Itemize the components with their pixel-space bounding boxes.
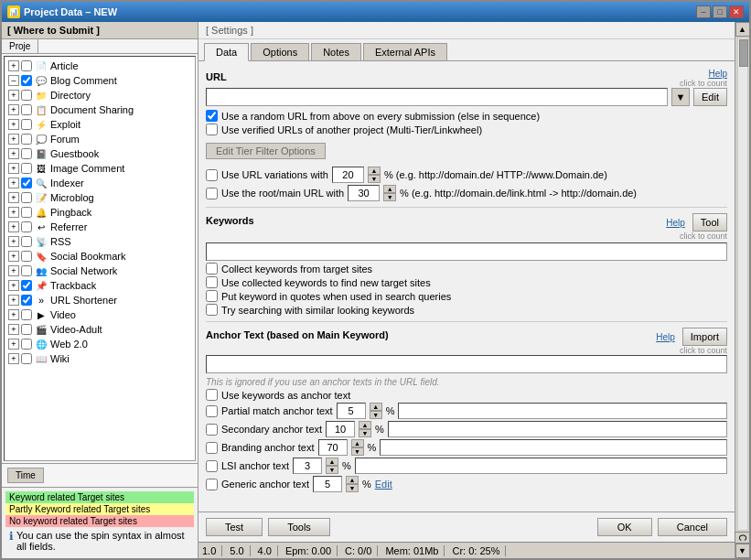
tree-item-social-bookmark[interactable]: + 🔖 Social Bookmark <box>6 249 193 264</box>
url-edit-button[interactable]: Edit <box>693 88 727 106</box>
checkbox-forum[interactable] <box>21 134 32 145</box>
use-root-checkbox[interactable] <box>206 188 218 199</box>
checkbox-rss[interactable] <box>21 236 32 247</box>
tree-item-web20[interactable]: + 🌐 Web 2.0 <box>6 337 193 351</box>
use-variations-checkbox[interactable] <box>206 169 218 181</box>
use-keywords-anchor-checkbox[interactable] <box>206 389 218 401</box>
expand-video-adult[interactable]: + <box>8 324 19 335</box>
checkbox-blog-comment[interactable] <box>21 75 32 86</box>
checkbox-trackback[interactable] <box>21 280 32 291</box>
use-collected-checkbox[interactable] <box>206 276 218 288</box>
put-quotes-checkbox[interactable] <box>206 290 218 302</box>
checkbox-pingback[interactable] <box>21 207 32 218</box>
expand-url-shortener[interactable]: + <box>8 295 19 306</box>
tree-item-exploit[interactable]: + ⚡ Exploit <box>6 117 193 132</box>
secondary-spin-down[interactable]: ▼ <box>359 429 371 437</box>
expand-article[interactable]: + <box>8 60 19 71</box>
lsi-anchor-checkbox[interactable] <box>206 460 218 472</box>
c-button[interactable]: C <box>735 532 749 544</box>
anchor-help-link[interactable]: Help <box>656 332 675 342</box>
url-dropdown-btn[interactable]: ▼ <box>671 88 690 106</box>
expand-pingback[interactable]: + <box>8 207 19 218</box>
scroll-down-button[interactable]: ▼ <box>735 544 750 558</box>
tree-item-video[interactable]: + ▶ Video <box>6 307 193 322</box>
expand-trackback[interactable]: + <box>8 280 19 291</box>
right-scrollbar[interactable]: ▲ C ▼ <box>735 22 749 558</box>
lsi-spin-down[interactable]: ▼ <box>326 466 338 474</box>
tree-item-referrer[interactable]: + ↩ Referrer <box>6 220 193 234</box>
checkbox-url-shortener[interactable] <box>21 295 32 306</box>
minimize-button[interactable]: – <box>696 5 711 18</box>
expand-social-network[interactable]: + <box>8 265 19 276</box>
checkbox-social-bookmark[interactable] <box>21 251 32 262</box>
branding-pct-input[interactable] <box>318 439 348 456</box>
keywords-tool-button[interactable]: Tool <box>692 213 727 232</box>
tab-notes[interactable]: Notes <box>311 43 361 60</box>
checkbox-exploit[interactable] <box>21 119 32 130</box>
scroll-up-button[interactable]: ▲ <box>735 22 750 37</box>
time-tab[interactable]: Time <box>7 468 44 483</box>
expand-referrer[interactable]: + <box>8 221 19 232</box>
variations-spin-up[interactable]: ▲ <box>368 167 381 175</box>
checkbox-microblog[interactable] <box>21 192 32 203</box>
partial-pct-input[interactable] <box>337 403 366 419</box>
expand-video[interactable]: + <box>8 309 19 320</box>
secondary-pct-input[interactable] <box>326 421 355 437</box>
generic-edit-link[interactable]: Edit <box>375 479 392 490</box>
expand-forum[interactable]: + <box>8 134 19 145</box>
branding-anchor-checkbox[interactable] <box>206 442 218 454</box>
tree-item-social-network[interactable]: + 👥 Social Network <box>6 264 193 278</box>
branding-spin-up[interactable]: ▲ <box>351 439 364 447</box>
url-input[interactable] <box>206 88 668 106</box>
collect-keywords-checkbox[interactable] <box>206 263 218 275</box>
expand-document-sharing[interactable]: + <box>8 104 19 115</box>
tree-item-rss[interactable]: + 📡 RSS <box>6 234 193 249</box>
generic-spin-up[interactable]: ▲ <box>346 476 359 484</box>
keywords-input[interactable] <box>206 242 727 261</box>
expand-rss[interactable]: + <box>8 236 19 247</box>
expand-indexer[interactable]: + <box>8 178 19 188</box>
tab-data[interactable]: Data <box>204 43 249 61</box>
partial-anchor-checkbox[interactable] <box>206 405 218 417</box>
secondary-spin-up[interactable]: ▲ <box>359 421 371 429</box>
scroll-thumb[interactable] <box>739 39 748 67</box>
expand-directory[interactable]: + <box>8 90 19 101</box>
tree-item-wiki[interactable]: + 📖 Wiki <box>6 351 193 366</box>
close-button[interactable]: ✕ <box>729 5 744 18</box>
url-random-checkbox[interactable] <box>206 110 218 122</box>
try-searching-checkbox[interactable] <box>206 304 218 316</box>
tree-item-pingback[interactable]: + 🔔 Pingback <box>6 205 193 220</box>
partial-spin-down[interactable]: ▼ <box>370 411 382 419</box>
checkbox-video[interactable] <box>21 309 32 320</box>
anchor-import-button[interactable]: Import <box>682 328 727 346</box>
checkbox-directory[interactable] <box>21 90 32 101</box>
secondary-anchor-checkbox[interactable] <box>206 424 218 436</box>
tree-item-forum[interactable]: + 💭 Forum <box>6 132 193 146</box>
root-spin-down[interactable]: ▼ <box>383 193 396 201</box>
expand-blog-comment[interactable]: – <box>8 75 19 86</box>
expand-guestbook[interactable]: + <box>8 148 19 159</box>
url-verified-checkbox[interactable] <box>206 124 218 135</box>
cancel-button[interactable]: Cancel <box>658 518 727 536</box>
checkbox-document-sharing[interactable] <box>21 104 32 115</box>
checkbox-referrer[interactable] <box>21 221 32 232</box>
maximize-button[interactable]: □ <box>713 5 727 18</box>
tab-options[interactable]: Options <box>251 43 309 60</box>
expand-web20[interactable]: + <box>8 339 19 350</box>
generic-pct-input[interactable] <box>313 476 342 492</box>
scroll-track[interactable] <box>737 38 748 531</box>
tree-item-microblog[interactable]: + 📝 Microblog <box>6 190 193 205</box>
tree-item-image-comment[interactable]: + 🖼 Image Comment <box>6 161 193 176</box>
ok-button[interactable]: OK <box>597 518 652 536</box>
expand-social-bookmark[interactable]: + <box>8 251 19 262</box>
checkbox-image-comment[interactable] <box>21 163 32 174</box>
tree-area[interactable]: + 📄 Article – 💬 Blog Comment + 📁 Directo… <box>4 56 196 461</box>
tree-item-directory[interactable]: + 📁 Directory <box>6 88 193 102</box>
generic-anchor-checkbox[interactable] <box>206 479 218 490</box>
project-tab[interactable]: Proje <box>2 39 38 53</box>
tree-item-trackback[interactable]: + 📌 Trackback <box>6 278 193 293</box>
tree-item-blog-comment[interactable]: – 💬 Blog Comment <box>6 73 193 88</box>
test-button[interactable]: Test <box>206 518 263 536</box>
tree-item-article[interactable]: + 📄 Article <box>6 59 193 73</box>
tree-item-video-adult[interactable]: + 🎬 Video-Adult <box>6 322 193 337</box>
